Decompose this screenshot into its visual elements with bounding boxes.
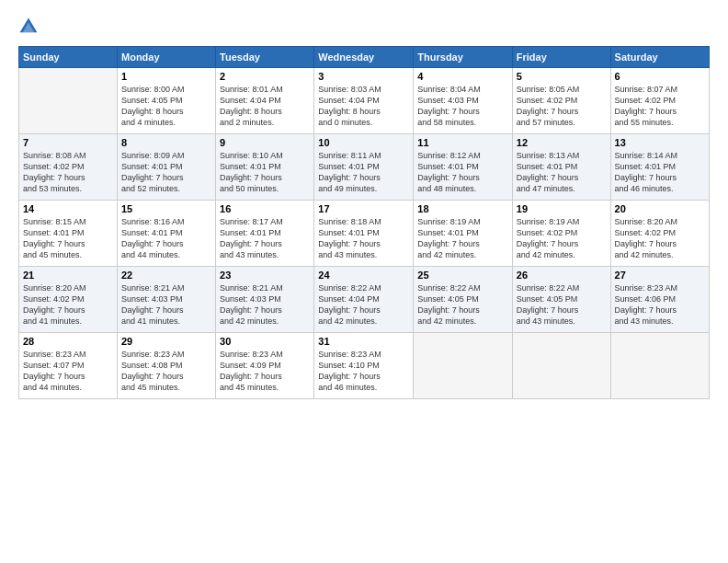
- calendar-cell: 9Sunrise: 8:10 AM Sunset: 4:01 PM Daylig…: [216, 134, 314, 201]
- calendar-cell: 31Sunrise: 8:23 AM Sunset: 4:10 PM Dayli…: [314, 333, 414, 399]
- calendar-table: SundayMondayTuesdayWednesdayThursdayFrid…: [18, 46, 710, 399]
- day-info: Sunrise: 8:11 AM Sunset: 4:01 PM Dayligh…: [318, 150, 409, 195]
- logo: [18, 17, 42, 37]
- day-info: Sunrise: 8:19 AM Sunset: 4:01 PM Dayligh…: [417, 216, 507, 261]
- day-info: Sunrise: 8:21 AM Sunset: 4:03 PM Dayligh…: [121, 282, 211, 327]
- calendar-cell: 1Sunrise: 8:00 AM Sunset: 4:05 PM Daylig…: [118, 68, 216, 134]
- calendar-cell: 3Sunrise: 8:03 AM Sunset: 4:04 PM Daylig…: [314, 68, 414, 134]
- day-number: 23: [220, 270, 310, 281]
- day-number: 17: [318, 203, 409, 214]
- day-info: Sunrise: 8:03 AM Sunset: 4:04 PM Dayligh…: [318, 84, 409, 129]
- day-info: Sunrise: 8:13 AM Sunset: 4:01 PM Dayligh…: [517, 150, 607, 195]
- calendar-cell: 14Sunrise: 8:15 AM Sunset: 4:01 PM Dayli…: [19, 201, 118, 267]
- day-info: Sunrise: 8:23 AM Sunset: 4:08 PM Dayligh…: [121, 349, 211, 394]
- calendar-cell: 4Sunrise: 8:04 AM Sunset: 4:03 PM Daylig…: [414, 68, 512, 134]
- day-info: Sunrise: 8:18 AM Sunset: 4:01 PM Dayligh…: [318, 216, 409, 261]
- day-number: 6: [615, 71, 705, 82]
- day-number: 2: [220, 71, 310, 82]
- day-number: 21: [23, 270, 113, 281]
- day-number: 19: [517, 203, 607, 214]
- day-number: 25: [417, 270, 507, 281]
- calendar-cell: 18Sunrise: 8:19 AM Sunset: 4:01 PM Dayli…: [414, 201, 512, 267]
- day-number: 9: [220, 137, 310, 148]
- day-number: 12: [517, 137, 607, 148]
- day-info: Sunrise: 8:23 AM Sunset: 4:07 PM Dayligh…: [23, 349, 113, 394]
- calendar-cell: 8Sunrise: 8:09 AM Sunset: 4:01 PM Daylig…: [118, 134, 216, 201]
- calendar-cell: 6Sunrise: 8:07 AM Sunset: 4:02 PM Daylig…: [610, 68, 709, 134]
- day-info: Sunrise: 8:21 AM Sunset: 4:03 PM Dayligh…: [220, 282, 310, 327]
- header-cell-sunday: Sunday: [19, 47, 118, 68]
- day-number: 10: [318, 137, 409, 148]
- day-info: Sunrise: 8:20 AM Sunset: 4:02 PM Dayligh…: [615, 216, 705, 261]
- calendar-cell: 29Sunrise: 8:23 AM Sunset: 4:08 PM Dayli…: [118, 333, 216, 399]
- day-number: 1: [121, 71, 211, 82]
- calendar-cell: 22Sunrise: 8:21 AM Sunset: 4:03 PM Dayli…: [118, 267, 216, 333]
- calendar-cell: 20Sunrise: 8:20 AM Sunset: 4:02 PM Dayli…: [610, 201, 709, 267]
- day-info: Sunrise: 8:22 AM Sunset: 4:05 PM Dayligh…: [417, 282, 507, 327]
- calendar-cell: [19, 68, 118, 134]
- day-number: 3: [318, 71, 409, 82]
- calendar-cell: 11Sunrise: 8:12 AM Sunset: 4:01 PM Dayli…: [414, 134, 512, 201]
- header-row: SundayMondayTuesdayWednesdayThursdayFrid…: [19, 47, 710, 68]
- calendar-cell: 10Sunrise: 8:11 AM Sunset: 4:01 PM Dayli…: [314, 134, 414, 201]
- day-number: 31: [318, 336, 409, 347]
- day-info: Sunrise: 8:22 AM Sunset: 4:05 PM Dayligh…: [517, 282, 607, 327]
- day-number: 5: [517, 71, 607, 82]
- calendar-cell: 25Sunrise: 8:22 AM Sunset: 4:05 PM Dayli…: [414, 267, 512, 333]
- header: [18, 17, 710, 37]
- day-info: Sunrise: 8:22 AM Sunset: 4:04 PM Dayligh…: [318, 282, 409, 327]
- day-number: 20: [615, 203, 705, 214]
- day-info: Sunrise: 8:01 AM Sunset: 4:04 PM Dayligh…: [220, 84, 310, 129]
- day-info: Sunrise: 8:09 AM Sunset: 4:01 PM Dayligh…: [121, 150, 211, 195]
- calendar-cell: 16Sunrise: 8:17 AM Sunset: 4:01 PM Dayli…: [216, 201, 314, 267]
- day-number: 16: [220, 203, 310, 214]
- calendar-week-2: 7Sunrise: 8:08 AM Sunset: 4:02 PM Daylig…: [19, 134, 710, 201]
- day-number: 11: [417, 137, 507, 148]
- day-info: Sunrise: 8:08 AM Sunset: 4:02 PM Dayligh…: [23, 150, 113, 195]
- calendar-cell: 30Sunrise: 8:23 AM Sunset: 4:09 PM Dayli…: [216, 333, 314, 399]
- calendar-cell: 15Sunrise: 8:16 AM Sunset: 4:01 PM Dayli…: [118, 201, 216, 267]
- calendar-cell: 19Sunrise: 8:19 AM Sunset: 4:02 PM Dayli…: [512, 201, 610, 267]
- day-info: Sunrise: 8:00 AM Sunset: 4:05 PM Dayligh…: [121, 84, 211, 129]
- day-number: 22: [121, 270, 211, 281]
- day-info: Sunrise: 8:23 AM Sunset: 4:10 PM Dayligh…: [318, 349, 409, 394]
- day-info: Sunrise: 8:23 AM Sunset: 4:06 PM Dayligh…: [615, 282, 705, 327]
- day-number: 24: [318, 270, 409, 281]
- day-info: Sunrise: 8:15 AM Sunset: 4:01 PM Dayligh…: [23, 216, 113, 261]
- calendar-cell: 7Sunrise: 8:08 AM Sunset: 4:02 PM Daylig…: [19, 134, 118, 201]
- day-number: 28: [23, 336, 113, 347]
- calendar-cell: 13Sunrise: 8:14 AM Sunset: 4:01 PM Dayli…: [610, 134, 709, 201]
- day-number: 29: [121, 336, 211, 347]
- day-info: Sunrise: 8:04 AM Sunset: 4:03 PM Dayligh…: [417, 84, 507, 129]
- calendar-cell: 12Sunrise: 8:13 AM Sunset: 4:01 PM Dayli…: [512, 134, 610, 201]
- day-number: 4: [417, 71, 507, 82]
- calendar-week-1: 1Sunrise: 8:00 AM Sunset: 4:05 PM Daylig…: [19, 68, 710, 134]
- day-number: 14: [23, 203, 113, 214]
- day-number: 30: [220, 336, 310, 347]
- header-cell-thursday: Thursday: [414, 47, 512, 68]
- day-info: Sunrise: 8:19 AM Sunset: 4:02 PM Dayligh…: [517, 216, 607, 261]
- calendar-cell: 27Sunrise: 8:23 AM Sunset: 4:06 PM Dayli…: [610, 267, 709, 333]
- day-number: 7: [23, 137, 113, 148]
- calendar-body: 1Sunrise: 8:00 AM Sunset: 4:05 PM Daylig…: [19, 68, 710, 399]
- day-info: Sunrise: 8:20 AM Sunset: 4:02 PM Dayligh…: [23, 282, 113, 327]
- calendar-cell: 2Sunrise: 8:01 AM Sunset: 4:04 PM Daylig…: [216, 68, 314, 134]
- day-number: 27: [615, 270, 705, 281]
- day-info: Sunrise: 8:05 AM Sunset: 4:02 PM Dayligh…: [517, 84, 607, 129]
- day-info: Sunrise: 8:17 AM Sunset: 4:01 PM Dayligh…: [220, 216, 310, 261]
- calendar-cell: [610, 333, 709, 399]
- calendar-week-3: 14Sunrise: 8:15 AM Sunset: 4:01 PM Dayli…: [19, 201, 710, 267]
- calendar-week-4: 21Sunrise: 8:20 AM Sunset: 4:02 PM Dayli…: [19, 267, 710, 333]
- calendar-cell: 23Sunrise: 8:21 AM Sunset: 4:03 PM Dayli…: [216, 267, 314, 333]
- calendar-cell: 28Sunrise: 8:23 AM Sunset: 4:07 PM Dayli…: [19, 333, 118, 399]
- calendar-cell: [414, 333, 512, 399]
- header-cell-friday: Friday: [512, 47, 610, 68]
- header-cell-saturday: Saturday: [610, 47, 709, 68]
- calendar-cell: 26Sunrise: 8:22 AM Sunset: 4:05 PM Dayli…: [512, 267, 610, 333]
- calendar-cell: 5Sunrise: 8:05 AM Sunset: 4:02 PM Daylig…: [512, 68, 610, 134]
- header-cell-wednesday: Wednesday: [314, 47, 414, 68]
- calendar-cell: 21Sunrise: 8:20 AM Sunset: 4:02 PM Dayli…: [19, 267, 118, 333]
- calendar-week-5: 28Sunrise: 8:23 AM Sunset: 4:07 PM Dayli…: [19, 333, 710, 399]
- calendar-cell: 24Sunrise: 8:22 AM Sunset: 4:04 PM Dayli…: [314, 267, 414, 333]
- logo-icon: [18, 17, 39, 37]
